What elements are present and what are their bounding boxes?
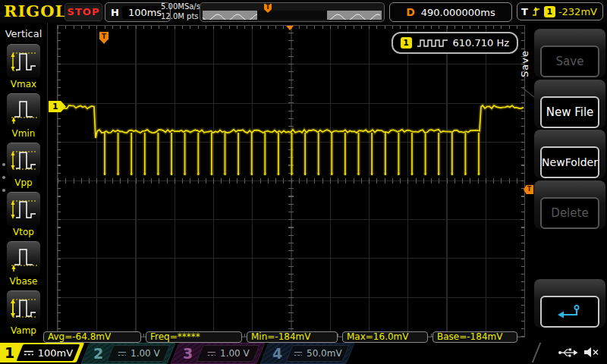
channel2-status[interactable]: 2 1.00 V xyxy=(80,343,175,364)
statusbar-divider xyxy=(532,343,542,362)
channel1-waveform xyxy=(58,26,524,337)
delay-readout: D 490.000000ms xyxy=(389,2,512,22)
frequency-value: 610.710 Hz xyxy=(453,37,510,49)
trigger-readout: T 1 -232mV xyxy=(517,2,603,20)
save-softkey-menu: Save Save New File NewFolder Delete xyxy=(531,23,607,341)
menu-item-vamp[interactable]: Vamp xyxy=(0,290,47,336)
trigger-center-marker xyxy=(286,26,294,30)
softkey-slot xyxy=(534,279,605,328)
return-arrow-icon xyxy=(557,303,583,320)
waveform-display-area: 1 610.710 Hz xyxy=(57,25,525,337)
sample-rate: 5.00MSa/s xyxy=(161,2,200,11)
speaker-muted-icon xyxy=(583,347,599,358)
menu-item-label: Vmin xyxy=(0,128,47,139)
memory-band xyxy=(203,11,382,20)
channel1-number: 1 xyxy=(5,343,14,362)
channel1-status[interactable]: 1 100mV xyxy=(0,343,84,362)
system-status-icons xyxy=(558,347,599,358)
new-file-button[interactable]: New File xyxy=(540,96,599,128)
menu-item-label: Vbase xyxy=(0,276,47,287)
back-button[interactable] xyxy=(540,296,599,328)
measurement-avg: Avg=-64.8mV xyxy=(43,331,141,343)
channel3-scale: 1.00 V xyxy=(220,348,250,359)
vtop-icon xyxy=(7,192,40,226)
coupling-icon xyxy=(207,350,216,357)
measurement-freq: Freq=***** xyxy=(146,331,242,343)
channel4-status[interactable]: 4 50.0mV xyxy=(259,343,354,364)
rising-edge-icon xyxy=(531,6,541,17)
memory-position-thumbnail: T xyxy=(200,2,385,22)
save-button[interactable]: Save xyxy=(540,46,599,77)
menu-item-vmin[interactable]: Vmin xyxy=(0,93,47,139)
trigger-source-badge: 1 xyxy=(544,6,555,17)
channel4-number: 4 xyxy=(272,344,282,363)
vmin-icon xyxy=(7,93,40,127)
menu-item-label: Vamp xyxy=(0,325,47,336)
horizontal-label: H xyxy=(108,7,122,18)
delay-value: 490.000000ms xyxy=(421,7,495,18)
softkey-slot: Save xyxy=(534,29,605,77)
menu-item-vbase[interactable]: Vbase xyxy=(0,241,47,287)
menu-item-label: Vpp xyxy=(0,177,47,188)
menu-item-vtop[interactable]: Vtop xyxy=(0,192,47,237)
measurement-base: Base=-184mV xyxy=(432,331,517,343)
menu-item-label: Vmax xyxy=(0,79,47,89)
memory-depth: 12.0M pts xyxy=(161,11,200,21)
trigger-level-value: -232mV xyxy=(558,6,597,17)
delay-label: D xyxy=(406,6,415,18)
run-state-indicator: STOP xyxy=(64,3,102,21)
rigol-logo: RIGOL xyxy=(4,2,67,20)
oscilloscope-screen: RIGOL STOP H 100ms 5.00MSa/s 12.0M pts T… xyxy=(0,0,607,364)
menu-item-label: Vtop xyxy=(0,227,47,237)
coupling-icon xyxy=(24,350,34,356)
acquisition-readout: 5.00MSa/s 12.0M pts xyxy=(161,2,200,21)
measurement-results-bar: Avg=-64.8mV Freq=***** Min=-184mV Max=16… xyxy=(43,331,517,343)
menu-item-vmax[interactable]: Vmax xyxy=(0,44,47,89)
top-status-bar: RIGOL STOP H 100ms 5.00MSa/s 12.0M pts T… xyxy=(0,0,607,23)
channel2-scale: 1.00 V xyxy=(131,348,160,359)
measurement-max: Max=16.0mV xyxy=(342,331,428,343)
menu-tab-save: Save xyxy=(519,39,531,88)
softkey-slot: New File xyxy=(534,80,605,128)
trigger-label: T xyxy=(521,6,528,17)
channel3-number: 3 xyxy=(183,344,193,363)
vpp-icon xyxy=(7,143,40,177)
channel1-scale: 100mV xyxy=(38,347,73,359)
coupling-icon xyxy=(118,350,127,357)
usb-icon xyxy=(558,347,578,358)
channel2-number: 2 xyxy=(93,344,103,363)
vertical-measure-menu: Vertical Vmax Vmin xyxy=(0,23,48,341)
channel4-scale: 50.0mV xyxy=(307,348,342,359)
freq-channel-badge: 1 xyxy=(401,37,412,49)
channel-status-bar: 1 100mV 2 1.00 V 3 xyxy=(0,341,607,364)
square-wave-icon xyxy=(417,38,448,48)
menu-page-dots xyxy=(2,153,5,202)
delete-button[interactable]: Delete xyxy=(540,197,599,229)
menu-item-vpp[interactable]: Vpp xyxy=(0,143,47,188)
softkey-slot: Delete xyxy=(534,180,605,229)
coupling-icon xyxy=(294,350,303,357)
channel3-status[interactable]: 3 1.00 V xyxy=(170,343,265,364)
new-folder-button[interactable]: NewFolder xyxy=(540,146,599,178)
softkey-slot: NewFolder xyxy=(534,130,605,178)
vbase-icon xyxy=(7,241,40,275)
menu-title: Vertical xyxy=(0,28,47,39)
vmax-icon xyxy=(7,44,40,78)
frequency-counter: 1 610.710 Hz xyxy=(392,32,519,54)
vamp-icon xyxy=(7,290,40,325)
measurement-min: Min=-184mV xyxy=(247,331,338,343)
